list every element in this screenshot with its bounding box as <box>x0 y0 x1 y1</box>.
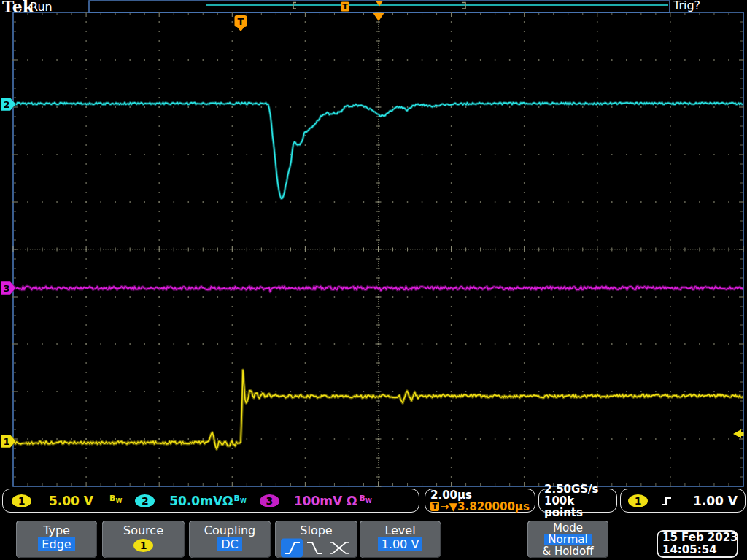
graticule <box>12 12 744 487</box>
menu-type-value: Edge <box>38 537 74 551</box>
svg-text:1: 1 <box>3 436 9 447</box>
trig-status-text: Trig? <box>673 0 700 12</box>
channel-readouts-box: 1 5.00 V BW 2 50.0mVΩ BW 3 100mV Ω BW <box>2 489 419 513</box>
svg-text:2: 2 <box>3 99 9 110</box>
timebase-readout: 2.00µs <box>430 489 472 501</box>
ch3-scale-readout: 100mV Ω <box>294 494 357 508</box>
menu-level-value: 1.00 V <box>378 537 423 551</box>
slope-options-icons <box>280 538 353 558</box>
trigger-delay-readout: T →▼ 3.820000µs <box>430 501 530 513</box>
menu-mode-button[interactable]: Mode Normal & Holdoff <box>527 521 608 558</box>
menu-type-button[interactable]: Type Edge <box>16 521 97 558</box>
trigger-position-marker[interactable]: T <box>235 15 247 31</box>
ch1-badge: 1 <box>12 494 31 508</box>
date-text: 15 Feb 2023 <box>662 532 737 544</box>
ch3-position-marker[interactable]: 3 <box>1 281 16 295</box>
menu-coupling-button[interactable]: Coupling DC <box>189 521 271 558</box>
ch1-bw-limit-icon: BW <box>109 495 122 505</box>
svg-text:T: T <box>342 2 348 12</box>
ch3-waveform <box>13 287 743 292</box>
trigger-level-arrow[interactable] <box>733 429 744 438</box>
time-text: 14:05:54 <box>662 544 737 556</box>
menu-source-badge: 1 <box>133 539 153 552</box>
horizontal-readout-box: 2.00µs T →▼ 3.820000µs <box>425 489 535 513</box>
trigger-t-icon: T <box>430 502 439 511</box>
ch2-bw-limit-icon: BW <box>234 495 247 505</box>
scope-display: T231T <box>0 0 747 519</box>
ch2-badge: 2 <box>135 494 155 508</box>
ch2-scale-readout: 50.0mVΩ <box>169 494 233 508</box>
ch1-scale-readout: 5.00 V <box>49 494 93 508</box>
datetime-display: 15 Feb 2023 14:05:54 <box>657 530 738 558</box>
svg-text:T: T <box>238 16 244 27</box>
trigger-source-badge: 1 <box>628 494 648 508</box>
acquisition-preview-bar: T <box>89 1 670 12</box>
trigger-readout-box: 1 1.00 V <box>620 489 746 513</box>
expansion-point-marker <box>374 13 384 21</box>
tek-logo: Tek <box>2 0 34 16</box>
menu-level-title: Level <box>360 524 441 537</box>
slope-either-icon[interactable] <box>330 542 349 553</box>
menu-coupling-value: DC <box>217 537 242 551</box>
sample-rate-readout: 2.50GS/s <box>544 483 599 495</box>
menu-mode-title: Mode <box>527 522 608 534</box>
menu-type-title: Type <box>16 524 97 537</box>
record-length-readout: 100k points <box>544 495 616 518</box>
menu-source-title: Source <box>102 524 185 537</box>
acq-status-text: Run <box>30 0 53 14</box>
menu-source-button[interactable]: Source 1 <box>102 521 185 558</box>
acquisition-readout-box: 2.50GS/s 100k points <box>538 489 617 513</box>
svg-text:3: 3 <box>3 283 9 294</box>
menu-mode-value: Normal <box>544 534 591 545</box>
menu-coupling-title: Coupling <box>189 524 271 537</box>
menu-level-button[interactable]: Level 1.00 V <box>360 521 441 558</box>
ch2-position-marker[interactable]: 2 <box>1 98 16 111</box>
slope-falling-icon[interactable] <box>307 542 322 553</box>
menu-slope-title: Slope <box>275 524 357 537</box>
trigger-level-readout: 1.00 V <box>693 494 738 508</box>
menu-mode-value2: & Holdoff <box>527 545 608 557</box>
ch3-badge: 3 <box>260 494 279 508</box>
ch3-bw-limit-icon: BW <box>359 495 371 505</box>
trigger-slope-icon <box>659 494 676 508</box>
ch1-position-marker[interactable]: 1 <box>1 435 16 448</box>
menu-slope-button[interactable]: Slope <box>275 521 357 558</box>
